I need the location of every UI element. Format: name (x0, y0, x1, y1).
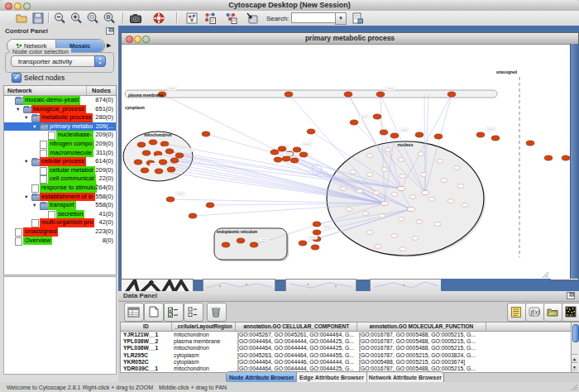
expander-icon[interactable]: ▼ (24, 113, 28, 122)
heatmap-button[interactable] (562, 303, 579, 322)
table-row[interactable]: YJR121W__1mitochondrion[GO:0045267, GO:0… (121, 332, 572, 338)
snapshot-icon[interactable] (129, 12, 142, 25)
float-panel-icon[interactable] (106, 27, 114, 35)
attribute-select-button[interactable] (124, 303, 144, 322)
zoom-fit-icon[interactable] (103, 12, 116, 25)
tree-row[interactable]: ▼establishment of lo558(0) (4, 193, 116, 202)
tree-row-count: 209(... (96, 122, 113, 131)
table-scrollbar-thumb[interactable] (572, 324, 579, 342)
function-builder-button[interactable]: f(x) (525, 303, 545, 322)
expander-icon[interactable]: ▼ (32, 122, 36, 131)
column-header[interactable]: annotation.GO CELLULAR_COMPONENT (236, 323, 357, 331)
delete-attribute-button[interactable] (207, 303, 227, 322)
attribute-checklist-button[interactable] (164, 303, 184, 322)
open-icon[interactable] (15, 12, 28, 25)
column-header[interactable] (486, 323, 572, 331)
table-scrollbar[interactable]: ▲ ▼ (571, 322, 579, 373)
tree-row[interactable]: mosaic-demo-yeast874(0) (4, 96, 116, 105)
attribute-select-icon[interactable] (127, 305, 140, 318)
table-cell: [GO:0005488, GO:0005215, GO:0003674] (356, 359, 485, 366)
tree-row[interactable]: unassigned223(0) (4, 227, 116, 237)
import-attributes-icon[interactable] (546, 305, 559, 318)
tree-col-divider[interactable] (86, 86, 87, 95)
filter-icon[interactable] (224, 12, 237, 25)
network-window-titlebar[interactable]: primary metabolic process (122, 33, 578, 45)
advanced-search-icon[interactable] (351, 12, 364, 25)
combo-stepper-icon[interactable]: ▲▼ (94, 55, 106, 67)
tree-row[interactable]: macromolecule311(0) (4, 149, 116, 158)
zoom-out-icon[interactable] (53, 12, 66, 25)
network-view-window[interactable]: primary metabolic process plasma membran… (121, 32, 579, 280)
tree-row[interactable]: ▼cellular process614(0) (4, 157, 116, 166)
search-dropdown-button[interactable]: ▼ (335, 12, 347, 25)
background-window-fragment[interactable] (203, 279, 275, 292)
attribute-list-button[interactable] (184, 303, 203, 322)
vizmapper-icon[interactable] (203, 12, 217, 25)
expander-icon[interactable]: ▼ (24, 157, 28, 166)
tree-row[interactable]: secretion41(0) (4, 210, 116, 219)
expander-icon[interactable]: ▼ (24, 193, 28, 202)
tree-row-label: secretion (56, 210, 84, 219)
attribute-batch-icon[interactable] (510, 305, 523, 318)
heatmap-icon[interactable] (564, 305, 577, 318)
float-panel-icon[interactable] (567, 292, 575, 299)
network-overview-icon[interactable] (185, 12, 199, 25)
tree-row[interactable]: nitrogen compo209(0) (4, 140, 116, 149)
tree-row[interactable]: cell communicat22(0) (4, 174, 116, 184)
attribute-list-icon[interactable] (186, 305, 199, 318)
window-resize-grip[interactable] (541, 270, 549, 279)
table-row[interactable]: YLR295Ccytoplasm[GO:0045263, GO:0044464,… (121, 352, 572, 359)
table-row[interactable]: YKR052Ccytoplasm[GO:0044464, GO:0044446,… (121, 359, 572, 366)
tree-row-label: response to stimulu (40, 184, 97, 193)
tree-row[interactable]: multi-organism pro42(0) (4, 218, 116, 227)
table-row[interactable]: YPL036W__1mitochondrion[GO:0044464, GO:0… (121, 345, 572, 351)
zoom-selected-icon[interactable] (86, 12, 99, 25)
tree-row[interactable]: response to stimulu264(0) (4, 184, 116, 193)
table-cell: YKR052C (121, 359, 171, 366)
app-resize-grip[interactable] (571, 384, 578, 391)
toolbar-separator (122, 12, 124, 23)
tree-row[interactable]: ▼primary metabo209(... (4, 122, 116, 131)
new-attribute-icon[interactable] (146, 305, 160, 318)
window-titlebar: Cytoscape Desktop (New Session) (0, 0, 579, 12)
table-cell: [GO:0044464, GO:0044444, GO:0044425, G..… (235, 345, 356, 351)
select-nodes-checkbox[interactable]: ✓ (12, 73, 22, 83)
network-vertical-scrollbar[interactable] (570, 44, 579, 279)
attribute-batch-button[interactable] (507, 303, 527, 322)
save-icon[interactable] (31, 12, 45, 25)
import-attributes-button[interactable] (543, 303, 563, 322)
window-title: Cytoscape Desktop (New Session) (0, 1, 579, 9)
expander-icon[interactable]: ▼ (16, 105, 20, 114)
attribute-checklist-icon[interactable] (166, 305, 179, 318)
zoom-in-icon[interactable] (69, 12, 83, 25)
tree-row[interactable]: Overview8(0) (4, 237, 116, 246)
help-icon[interactable] (152, 12, 165, 25)
search-input[interactable] (291, 12, 340, 23)
function-builder-icon[interactable]: f(x) (528, 305, 541, 318)
background-window-fragment[interactable] (285, 279, 356, 292)
column-header[interactable]: _cellularLayoutRegion (172, 323, 237, 331)
new-attribute-button[interactable] (144, 303, 164, 322)
network-canvas[interactable]: plasma membranecytoplasmmitochondrionnuc… (122, 44, 570, 279)
table-cell: YPL036W__2 (121, 338, 171, 345)
tree-row-count: 311(0) (96, 149, 113, 158)
delete-attribute-icon[interactable] (209, 305, 223, 318)
background-window-fragment[interactable] (370, 279, 442, 292)
data-panel-title: Data Panel (123, 292, 157, 299)
expander-icon[interactable]: ▼ (32, 201, 36, 210)
scroll-down-icon[interactable]: ▼ (572, 362, 577, 371)
node-color-combo[interactable]: transporter activity (11, 55, 106, 67)
more-tabs-arrow-icon[interactable]: ▶ (107, 42, 111, 49)
tree-row[interactable]: ▼metabolic process280(0) (4, 113, 116, 122)
table-row[interactable]: YPL036W__2plasma membrane[GO:0044464, GO… (121, 338, 572, 345)
tree-row[interactable]: cellular metabol209(0) (4, 166, 116, 175)
tree-row-count: 41(0) (98, 210, 113, 219)
tree-header: Network Nodes (4, 86, 116, 96)
tree-row[interactable]: nucleobase-209(0) (4, 131, 116, 140)
column-header[interactable]: ID (121, 323, 172, 331)
column-header[interactable]: annotation.GO MOLECULAR_FUNCTION (357, 323, 486, 331)
plugin-icon[interactable] (246, 12, 259, 25)
tree-row[interactable]: ▼transport558(0) (4, 201, 116, 210)
tree-row[interactable]: ▼biological_process651(0) (4, 105, 116, 114)
birdseye-view-panel[interactable] (3, 276, 117, 375)
